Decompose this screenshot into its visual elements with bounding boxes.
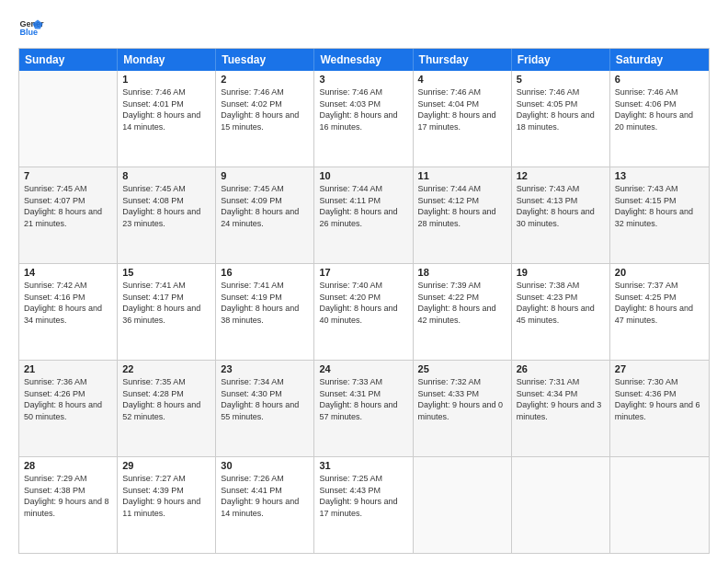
cell-text: Sunrise: 7:43 AM Sunset: 4:15 PM Dayligh… [615,183,704,229]
cell-text: Sunrise: 7:44 AM Sunset: 4:12 PM Dayligh… [418,183,506,229]
cell-text: Sunrise: 7:41 AM Sunset: 4:19 PM Dayligh… [221,280,309,326]
cal-cell-17: 17Sunrise: 7:40 AM Sunset: 4:20 PM Dayli… [314,264,413,360]
cell-text: Sunrise: 7:40 AM Sunset: 4:20 PM Dayligh… [319,280,407,326]
logo: General Blue [18,15,44,40]
cal-cell-31: 31Sunrise: 7:25 AM Sunset: 4:43 PM Dayli… [314,457,413,553]
day-number: 2 [221,74,309,85]
cal-cell-19: 19Sunrise: 7:38 AM Sunset: 4:23 PM Dayli… [512,264,610,360]
cell-text: Sunrise: 7:46 AM Sunset: 4:05 PM Dayligh… [517,86,605,132]
cell-text: Sunrise: 7:33 AM Sunset: 4:31 PM Dayligh… [319,376,407,422]
cal-cell-empty-4 [414,457,512,553]
day-number: 29 [122,460,210,471]
day-number: 22 [122,363,210,374]
header-day-friday: Friday [512,49,610,71]
cal-cell-21: 21Sunrise: 7:36 AM Sunset: 4:26 PM Dayli… [19,361,118,456]
cal-cell-empty-6 [610,457,709,553]
day-number: 14 [24,267,112,278]
cal-cell-15: 15Sunrise: 7:41 AM Sunset: 4:17 PM Dayli… [118,264,216,360]
cal-cell-26: 26Sunrise: 7:31 AM Sunset: 4:34 PM Dayli… [512,361,610,456]
day-number: 24 [319,363,407,374]
cal-cell-30: 30Sunrise: 7:26 AM Sunset: 4:41 PM Dayli… [216,457,314,553]
calendar-row-0: 1Sunrise: 7:46 AM Sunset: 4:01 PM Daylig… [19,71,709,167]
day-number: 10 [319,170,407,181]
day-number: 9 [221,170,309,181]
day-number: 6 [615,74,704,85]
calendar-row-1: 7Sunrise: 7:45 AM Sunset: 4:07 PM Daylig… [19,167,709,264]
svg-text:Blue: Blue [19,28,38,37]
header-day-monday: Monday [118,49,216,71]
cell-text: Sunrise: 7:46 AM Sunset: 4:04 PM Dayligh… [418,86,506,132]
cell-text: Sunrise: 7:45 AM Sunset: 4:09 PM Dayligh… [221,183,309,229]
calendar: SundayMondayTuesdayWednesdayThursdayFrid… [18,48,710,554]
day-number: 16 [221,267,309,278]
cal-cell-16: 16Sunrise: 7:41 AM Sunset: 4:19 PM Dayli… [216,264,314,360]
calendar-row-3: 21Sunrise: 7:36 AM Sunset: 4:26 PM Dayli… [19,361,709,457]
cal-cell-10: 10Sunrise: 7:44 AM Sunset: 4:11 PM Dayli… [314,167,413,263]
cal-cell-25: 25Sunrise: 7:32 AM Sunset: 4:33 PM Dayli… [414,361,512,456]
day-number: 19 [517,267,605,278]
day-number: 23 [221,363,309,374]
cell-text: Sunrise: 7:45 AM Sunset: 4:08 PM Dayligh… [122,183,210,229]
header-day-thursday: Thursday [414,49,512,71]
cell-text: Sunrise: 7:45 AM Sunset: 4:07 PM Dayligh… [24,183,112,229]
cell-text: Sunrise: 7:46 AM Sunset: 4:03 PM Dayligh… [319,86,407,132]
cal-cell-29: 29Sunrise: 7:27 AM Sunset: 4:39 PM Dayli… [118,457,216,553]
cell-text: Sunrise: 7:34 AM Sunset: 4:30 PM Dayligh… [221,376,309,422]
cal-cell-24: 24Sunrise: 7:33 AM Sunset: 4:31 PM Dayli… [314,361,413,456]
day-number: 27 [615,363,704,374]
cell-text: Sunrise: 7:32 AM Sunset: 4:33 PM Dayligh… [418,376,506,422]
cell-text: Sunrise: 7:29 AM Sunset: 4:38 PM Dayligh… [24,473,112,519]
day-number: 1 [122,74,210,85]
day-number: 17 [319,267,407,278]
cal-cell-12: 12Sunrise: 7:43 AM Sunset: 4:13 PM Dayli… [512,167,610,263]
day-number: 7 [24,170,112,181]
cal-cell-9: 9Sunrise: 7:45 AM Sunset: 4:09 PM Daylig… [216,167,314,263]
cal-cell-23: 23Sunrise: 7:34 AM Sunset: 4:30 PM Dayli… [216,361,314,456]
cal-cell-2: 2Sunrise: 7:46 AM Sunset: 4:02 PM Daylig… [216,71,314,167]
cell-text: Sunrise: 7:41 AM Sunset: 4:17 PM Dayligh… [122,280,210,326]
day-number: 15 [122,267,210,278]
day-number: 5 [517,74,605,85]
cal-cell-28: 28Sunrise: 7:29 AM Sunset: 4:38 PM Dayli… [19,457,118,553]
cal-cell-14: 14Sunrise: 7:42 AM Sunset: 4:16 PM Dayli… [19,264,118,360]
cal-cell-18: 18Sunrise: 7:39 AM Sunset: 4:22 PM Dayli… [414,264,512,360]
cell-text: Sunrise: 7:31 AM Sunset: 4:34 PM Dayligh… [517,376,605,422]
cal-cell-13: 13Sunrise: 7:43 AM Sunset: 4:15 PM Dayli… [610,167,709,263]
cal-cell-22: 22Sunrise: 7:35 AM Sunset: 4:28 PM Dayli… [118,361,216,456]
day-number: 26 [517,363,605,374]
cal-cell-3: 3Sunrise: 7:46 AM Sunset: 4:03 PM Daylig… [314,71,413,167]
cell-text: Sunrise: 7:38 AM Sunset: 4:23 PM Dayligh… [517,280,605,326]
cell-text: Sunrise: 7:36 AM Sunset: 4:26 PM Dayligh… [24,376,112,422]
cal-cell-5: 5Sunrise: 7:46 AM Sunset: 4:05 PM Daylig… [512,71,610,167]
cal-cell-6: 6Sunrise: 7:46 AM Sunset: 4:06 PM Daylig… [610,71,709,167]
cell-text: Sunrise: 7:30 AM Sunset: 4:36 PM Dayligh… [615,376,704,422]
header-day-tuesday: Tuesday [216,49,314,71]
day-number: 18 [418,267,506,278]
cal-cell-7: 7Sunrise: 7:45 AM Sunset: 4:07 PM Daylig… [19,167,118,263]
cell-text: Sunrise: 7:43 AM Sunset: 4:13 PM Dayligh… [517,183,605,229]
page: General Blue SundayMondayTuesdayWednesda… [0,0,728,563]
day-number: 31 [319,460,407,471]
cal-cell-4: 4Sunrise: 7:46 AM Sunset: 4:04 PM Daylig… [414,71,512,167]
header-day-sunday: Sunday [19,49,118,71]
cal-cell-empty-0 [19,71,118,167]
cal-cell-20: 20Sunrise: 7:37 AM Sunset: 4:25 PM Dayli… [610,264,709,360]
calendar-row-4: 28Sunrise: 7:29 AM Sunset: 4:38 PM Dayli… [19,457,709,553]
day-number: 28 [24,460,112,471]
day-number: 12 [517,170,605,181]
cell-text: Sunrise: 7:46 AM Sunset: 4:06 PM Dayligh… [615,86,704,132]
cal-cell-8: 8Sunrise: 7:45 AM Sunset: 4:08 PM Daylig… [118,167,216,263]
day-number: 30 [221,460,309,471]
logo-icon: General Blue [18,15,44,40]
day-number: 20 [615,267,704,278]
day-number: 13 [615,170,704,181]
cell-text: Sunrise: 7:26 AM Sunset: 4:41 PM Dayligh… [221,473,309,519]
cal-cell-1: 1Sunrise: 7:46 AM Sunset: 4:01 PM Daylig… [118,71,216,167]
day-number: 21 [24,363,112,374]
cell-text: Sunrise: 7:46 AM Sunset: 4:02 PM Dayligh… [221,86,309,132]
header-day-saturday: Saturday [610,49,709,71]
cal-cell-empty-5 [512,457,610,553]
cell-text: Sunrise: 7:44 AM Sunset: 4:11 PM Dayligh… [319,183,407,229]
cell-text: Sunrise: 7:27 AM Sunset: 4:39 PM Dayligh… [122,473,210,519]
cell-text: Sunrise: 7:37 AM Sunset: 4:25 PM Dayligh… [615,280,704,326]
